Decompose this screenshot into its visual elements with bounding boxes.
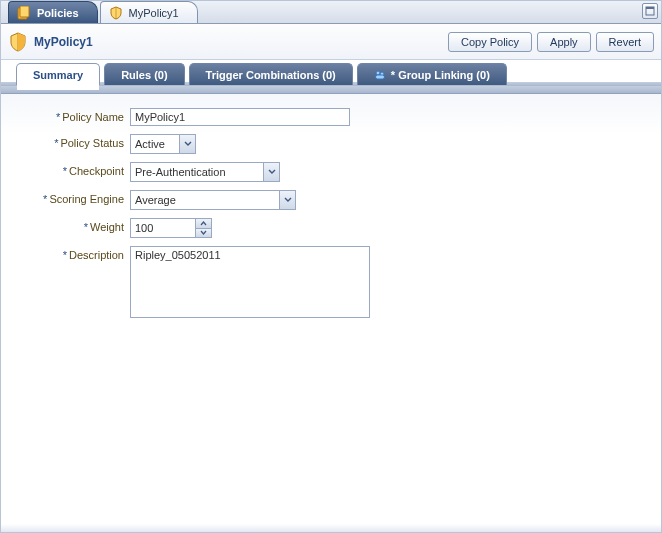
scoring-engine-select[interactable]: Average — [130, 190, 296, 210]
description-label: *Description — [10, 246, 130, 261]
page-title-text: MyPolicy1 — [34, 35, 93, 49]
chevron-down-icon — [179, 135, 195, 153]
checkpoint-value: Pre-Authentication — [135, 166, 226, 178]
weight-input[interactable] — [131, 219, 195, 237]
policy-status-select[interactable]: Active — [130, 134, 196, 154]
tab-rules[interactable]: Rules (0) — [104, 63, 184, 85]
nav-tabs: Policies MyPolicy1 — [0, 0, 662, 24]
weight-step-down[interactable] — [196, 229, 211, 238]
policy-name-input[interactable] — [130, 108, 350, 126]
tab-summary[interactable]: Summary — [16, 63, 100, 85]
nav-tab-mypolicy1-label: MyPolicy1 — [129, 7, 179, 19]
svg-rect-6 — [375, 75, 384, 79]
popout-button[interactable] — [642, 3, 658, 19]
policy-status-value: Active — [135, 138, 165, 150]
group-icon — [374, 69, 386, 81]
page-title: MyPolicy1 — [8, 32, 93, 52]
nav-tab-policies[interactable]: Policies — [8, 1, 98, 23]
sub-tabs: Summary Rules (0) Trigger Combinations (… — [0, 60, 662, 86]
revert-button[interactable]: Revert — [596, 32, 654, 52]
chevron-down-icon — [263, 163, 279, 181]
scoring-engine-label: *Scoring Engine — [10, 190, 130, 205]
checkpoint-select[interactable]: Pre-Authentication — [130, 162, 280, 182]
weight-stepper[interactable] — [130, 218, 212, 238]
copy-policy-button[interactable]: Copy Policy — [448, 32, 532, 52]
apply-button[interactable]: Apply — [537, 32, 591, 52]
chevron-down-icon — [279, 191, 295, 209]
checkpoint-label: *Checkpoint — [10, 162, 130, 177]
tab-group-linking-label: * Group Linking (0) — [391, 69, 490, 81]
shield-icon — [8, 32, 28, 52]
policy-status-label: *Policy Status — [10, 134, 130, 149]
summary-form: *Policy Name *Policy Status Active *Chec… — [0, 94, 662, 338]
footer-gradient — [1, 524, 661, 532]
svg-point-4 — [376, 71, 380, 75]
nav-tab-mypolicy1[interactable]: MyPolicy1 — [100, 1, 198, 23]
weight-step-up[interactable] — [196, 219, 211, 229]
nav-tab-policies-label: Policies — [37, 7, 79, 19]
policies-icon — [17, 6, 31, 20]
scoring-engine-value: Average — [135, 194, 176, 206]
tab-group-linking[interactable]: * Group Linking (0) — [357, 63, 507, 85]
svg-rect-3 — [646, 7, 654, 9]
policy-icon — [109, 6, 123, 20]
tab-trigger-combinations[interactable]: Trigger Combinations (0) — [189, 63, 353, 85]
page-header: MyPolicy1 Copy Policy Apply Revert — [0, 24, 662, 60]
tab-summary-label: Summary — [33, 69, 83, 81]
tab-rules-label: Rules (0) — [121, 69, 167, 81]
description-textarea[interactable] — [130, 246, 370, 318]
weight-label: *Weight — [10, 218, 130, 233]
subtab-band — [0, 86, 662, 94]
tab-trigger-combinations-label: Trigger Combinations (0) — [206, 69, 336, 81]
policy-name-label: *Policy Name — [10, 108, 130, 123]
svg-rect-1 — [20, 6, 29, 17]
